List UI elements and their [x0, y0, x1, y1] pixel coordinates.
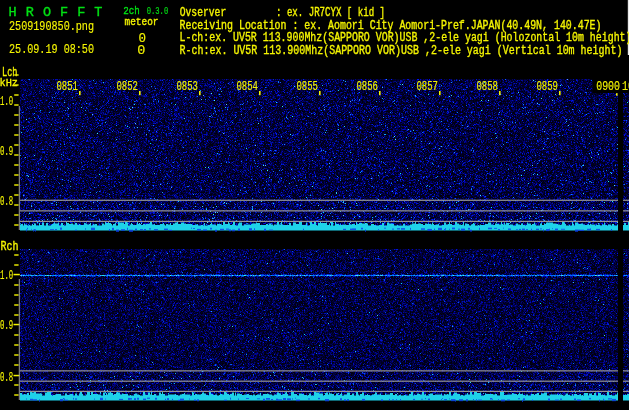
svg-text:1.0: 1.0 [0, 269, 13, 283]
svg-text:R-ch:ex. UV5R 113.900Mhz(SAPPO: R-ch:ex. UV5R 113.900Mhz(SAPPORO VOR)USB… [180, 44, 623, 58]
svg-text:2509190850.png: 2509190850.png [9, 19, 94, 34]
svg-text:0858: 0858 [476, 80, 498, 94]
svg-text:0.8: 0.8 [0, 195, 13, 209]
svg-text:25.09.19 08:50: 25.09.19 08:50 [9, 42, 94, 57]
svg-text:0856: 0856 [356, 80, 378, 94]
svg-text:: ex. JR7CYX [ kid ]: : ex. JR7CYX [ kid ] [276, 6, 385, 20]
svg-text:0854: 0854 [236, 80, 258, 94]
svg-text:0855: 0855 [296, 80, 318, 94]
svg-text:R: R [26, 5, 34, 20]
svg-text:Ovserver: Ovserver [180, 6, 227, 20]
svg-text:meteor: meteor [125, 16, 159, 28]
svg-text:0.8: 0.8 [0, 371, 13, 385]
svg-text:F: F [60, 5, 68, 20]
svg-text:F: F [77, 5, 85, 20]
svg-text:0852: 0852 [116, 80, 137, 94]
svg-text:kHz: kHz [0, 77, 18, 89]
svg-text:0853: 0853 [176, 80, 198, 94]
svg-text:10: 10 [622, 80, 629, 94]
svg-text:0: 0 [137, 43, 145, 58]
svg-text:1.0: 1.0 [0, 95, 13, 109]
svg-text:0857: 0857 [416, 80, 438, 94]
svg-text:O: O [43, 5, 51, 20]
svg-text:Rch: Rch [1, 240, 19, 254]
svg-text:0.9: 0.9 [0, 319, 13, 333]
svg-text:0859: 0859 [536, 80, 558, 94]
svg-text:0.9: 0.9 [0, 145, 13, 159]
svg-text:H: H [9, 5, 17, 20]
svg-text:T: T [94, 5, 102, 20]
svg-text:0851: 0851 [56, 80, 78, 94]
svg-text:0900: 0900 [596, 80, 620, 94]
